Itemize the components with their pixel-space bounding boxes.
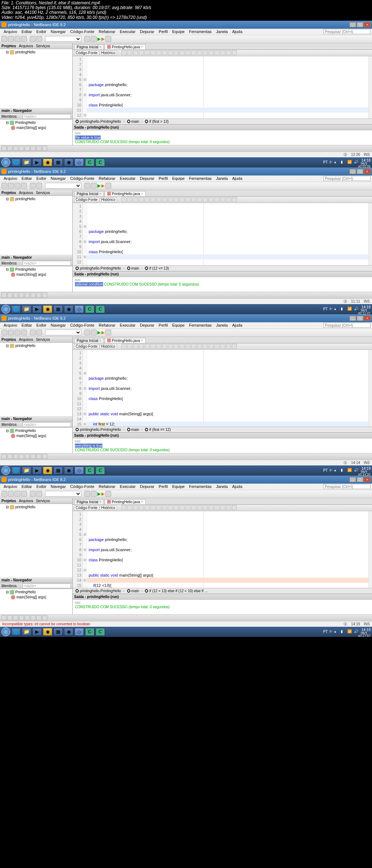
editor-tool-button[interactable] bbox=[168, 197, 173, 202]
tab-files[interactable]: Arquivos bbox=[19, 191, 33, 195]
editor-tool-button[interactable] bbox=[139, 50, 144, 55]
tab-projects[interactable]: Projetos bbox=[1, 338, 16, 342]
editor-tool-button[interactable] bbox=[121, 505, 126, 510]
menu-item[interactable]: Editar bbox=[19, 323, 34, 327]
new-project-button[interactable] bbox=[8, 183, 14, 189]
menu-item[interactable]: Janela bbox=[214, 176, 230, 181]
save-all-button[interactable] bbox=[21, 183, 27, 189]
window-button[interactable] bbox=[1, 292, 7, 298]
breadcrumb-item[interactable]: 🞇 printinghello.PrintingHello bbox=[74, 428, 122, 432]
maximize-button[interactable]: □ bbox=[357, 22, 363, 27]
projects-tree[interactable]: ⊟printingHello bbox=[0, 343, 72, 416]
output-console[interactable]: run:CONSTRUÍDO COM SUCESSO (tempo total:… bbox=[73, 600, 372, 614]
window-button[interactable] bbox=[7, 292, 12, 298]
notification-icon[interactable]: 🛈 bbox=[344, 153, 347, 157]
tray-lang[interactable]: PT bbox=[323, 307, 328, 311]
menu-item[interactable]: Depurar bbox=[138, 323, 157, 327]
error-stripe[interactable] bbox=[368, 350, 372, 427]
tab-files[interactable]: Arquivos bbox=[19, 499, 33, 503]
run-button[interactable]: ▶ bbox=[97, 330, 101, 335]
tray-flag-icon[interactable]: 🏳 bbox=[329, 160, 333, 164]
editor-tool-button[interactable] bbox=[232, 50, 237, 55]
editor-tool-button[interactable] bbox=[191, 50, 196, 55]
editor-tool-button[interactable] bbox=[121, 344, 126, 349]
close-tab-icon[interactable]: × bbox=[141, 192, 143, 195]
editor-tool-button[interactable] bbox=[220, 344, 225, 349]
window-button[interactable] bbox=[31, 615, 36, 620]
navigator-filter[interactable] bbox=[23, 261, 71, 266]
breadcrumb-item[interactable]: 🞇 if (12 < 13) else if (12 < 10) else if… bbox=[143, 589, 209, 593]
run-button[interactable]: ▶ bbox=[97, 183, 101, 188]
open-button[interactable] bbox=[15, 330, 20, 335]
projects-tree[interactable]: ⊟printingHello bbox=[0, 196, 72, 255]
editor-tool-button[interactable] bbox=[127, 344, 132, 349]
editor-tool-button[interactable] bbox=[214, 505, 219, 510]
editor-tool-button[interactable] bbox=[185, 344, 190, 349]
undo-button[interactable] bbox=[30, 330, 36, 335]
editor-tool-button[interactable] bbox=[127, 197, 132, 202]
taskbar-ie-icon[interactable]: 🌐 bbox=[11, 305, 21, 313]
breadcrumb-item[interactable]: 🞇 if (12 <= 13) bbox=[143, 266, 170, 270]
tab-files[interactable]: Arquivos bbox=[19, 44, 33, 48]
editor-tool-button[interactable] bbox=[209, 50, 214, 55]
tray-flag-icon[interactable]: 🏳 bbox=[329, 630, 333, 634]
minimize-button[interactable]: _ bbox=[349, 22, 356, 27]
notification-icon[interactable]: 🛈 bbox=[344, 622, 347, 626]
nav-class[interactable]: PrintingHello bbox=[15, 429, 36, 433]
breadcrumb-item[interactable]: 🞇 if (first == 12) bbox=[143, 428, 172, 432]
breadcrumb-item[interactable]: 🞇 printinghello.PrintingHello bbox=[74, 120, 122, 124]
editor-tool-button[interactable] bbox=[179, 505, 185, 510]
tray-volume-icon[interactable]: 🔊 bbox=[354, 629, 359, 634]
menu-item[interactable]: Refatorar bbox=[97, 176, 118, 181]
menu-item[interactable]: Arquivo bbox=[1, 176, 19, 181]
close-button[interactable]: × bbox=[364, 22, 371, 27]
tray-arrow-icon[interactable]: ▴ bbox=[334, 468, 339, 473]
close-tab-icon[interactable]: × bbox=[99, 192, 101, 195]
tray-arrow-icon[interactable]: ▴ bbox=[334, 160, 339, 165]
nav-class[interactable]: PrintingHello bbox=[15, 590, 36, 594]
navigator-group[interactable]: Membros bbox=[1, 423, 17, 427]
menu-item[interactable]: Perfil bbox=[157, 484, 170, 489]
start-button[interactable] bbox=[1, 158, 10, 167]
editor-tool-button[interactable] bbox=[197, 197, 202, 202]
tray-battery-icon[interactable]: ▮ bbox=[341, 160, 346, 165]
taskbar-explorer-icon[interactable]: 📁 bbox=[22, 305, 31, 313]
window-button[interactable] bbox=[31, 146, 36, 151]
debug-button[interactable]: ▶ bbox=[101, 491, 105, 496]
close-button[interactable]: × bbox=[364, 316, 371, 321]
tab-start-page[interactable]: Página Inicial× bbox=[74, 338, 104, 343]
window-button[interactable] bbox=[19, 454, 24, 459]
menu-item[interactable]: Ajuda bbox=[230, 323, 244, 327]
undo-button[interactable] bbox=[30, 491, 36, 497]
tab-java-file[interactable]: PrintingHello.java× bbox=[105, 44, 146, 49]
debug-button[interactable]: ▶ bbox=[101, 330, 105, 335]
output-console[interactable]: run:the value is trueCONSTRUÍDO COM SUCE… bbox=[73, 130, 372, 145]
tray-network-icon[interactable]: 📶 bbox=[347, 160, 352, 165]
menu-item[interactable]: Ferramentas bbox=[187, 323, 214, 327]
menu-item[interactable]: Equipe bbox=[170, 176, 187, 181]
menu-item[interactable]: Navegar bbox=[49, 484, 68, 489]
editor-tool-button[interactable] bbox=[179, 344, 185, 349]
breadcrumb-item[interactable]: 🞇 main bbox=[126, 120, 140, 124]
menu-item[interactable]: Refatorar bbox=[97, 29, 118, 34]
menu-item[interactable]: Exibir bbox=[34, 29, 49, 34]
editor-tool-button[interactable] bbox=[168, 344, 173, 349]
taskbar-sublime-icon[interactable]: ▦ bbox=[53, 628, 63, 636]
taskbar-wmp-icon[interactable]: ▶ bbox=[32, 467, 42, 475]
editor-tool-button[interactable] bbox=[203, 505, 208, 510]
search-input[interactable] bbox=[323, 176, 371, 181]
close-tab-icon[interactable]: × bbox=[141, 500, 143, 504]
clean-build-button[interactable] bbox=[91, 183, 97, 189]
taskbar-camtasia-icon[interactable]: C bbox=[85, 305, 94, 313]
project-node[interactable]: printingHello bbox=[15, 50, 36, 54]
editor-tool-button[interactable] bbox=[127, 505, 132, 510]
window-button[interactable] bbox=[19, 615, 24, 620]
tab-services[interactable]: Serviços bbox=[36, 191, 50, 195]
editor-tool-button[interactable] bbox=[185, 505, 190, 510]
tray-volume-icon[interactable]: 🔊 bbox=[354, 307, 359, 312]
window-button[interactable] bbox=[25, 615, 30, 620]
tab-start-page[interactable]: Página Inicial× bbox=[74, 191, 104, 196]
breadcrumb-item[interactable]: 🞇 main bbox=[126, 266, 140, 270]
editor-tool-button[interactable] bbox=[203, 50, 208, 55]
minimize-button[interactable]: _ bbox=[349, 477, 356, 482]
